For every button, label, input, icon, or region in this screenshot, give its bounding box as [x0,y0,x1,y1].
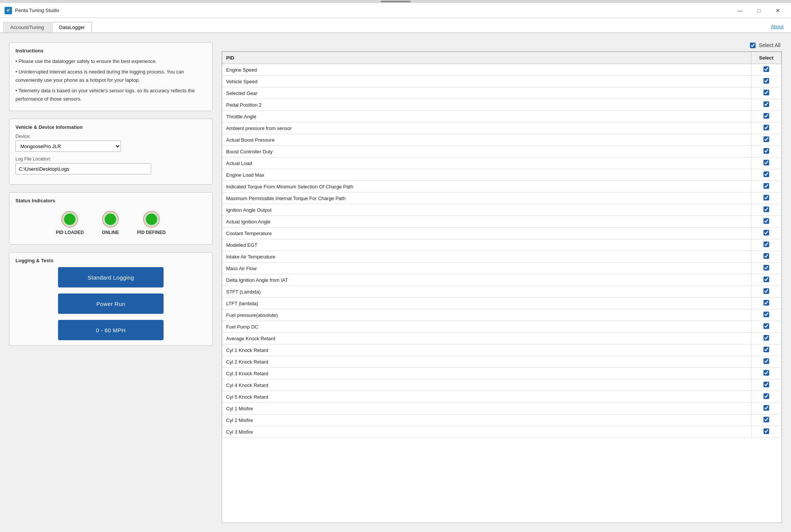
pid-select-cell [751,356,782,368]
pid-name-cell: Pedal Position 2 [222,99,751,111]
pid-checkbox[interactable] [763,417,769,422]
pid-checkbox[interactable] [763,312,769,317]
table-row: Mass Air Flow [222,263,782,274]
close-button[interactable]: ✕ [769,5,786,16]
table-row: Pedal Position 2 [222,99,782,111]
pid-name-cell: Cyl 3 Knock Retard [222,368,751,379]
pid-table-body: Engine SpeedVehicle SpeedSelected GearPe… [222,64,782,438]
pid-checkbox[interactable] [763,90,769,95]
pid-name-cell: Selected Gear [222,87,751,99]
status-indicators-row: PID LOADED ONLINE PI [15,207,206,239]
select-all-label[interactable]: Select All [759,42,780,48]
pid-name-cell: Fuel Pump DC [222,321,751,333]
table-row: Cyl 5 Knock Retard [222,391,782,403]
online-ring [102,211,119,228]
pid-loaded-label: PID LOADED [56,230,84,235]
pid-name-cell: Actual Boost Pressure [222,134,751,146]
pid-name-cell: LTFT (lambda) [222,298,751,309]
pid-checkbox[interactable] [763,277,769,282]
status-online: ONLINE [102,211,119,235]
pid-select-cell [751,216,782,228]
maximize-button[interactable]: □ [750,5,768,16]
pid-name-cell: Engine Load Max [222,169,751,181]
tabs-container: Account/Tuning DataLogger [3,22,92,32]
pid-checkbox[interactable] [763,428,769,434]
pid-checkbox[interactable] [763,171,769,177]
pid-checkbox[interactable] [763,113,769,119]
pid-select-cell [751,228,782,239]
pid-checkbox[interactable] [763,125,769,130]
pid-select-cell [751,426,782,438]
pid-select-cell [751,391,782,403]
pid-checkbox[interactable] [763,66,769,72]
select-all-row: Select All [222,42,782,48]
pid-checkbox[interactable] [763,253,769,259]
pid-select-cell [751,298,782,309]
pid-checkbox[interactable] [763,183,769,189]
log-file-field-group: Log File Location: [15,156,206,174]
tab-datalogger[interactable]: DataLogger [52,22,92,32]
left-panel: Instructions • Please use the datalogger… [9,42,213,523]
pid-checkbox[interactable] [763,300,769,306]
tab-account-tuning[interactable]: Account/Tuning [3,22,51,32]
title-bar: Penta Tuning Studio — □ ✕ [0,3,791,18]
pid-checkbox[interactable] [763,148,769,154]
pid-checkbox[interactable] [763,160,769,165]
pid-name-cell: Ambient pressure from sensor [222,122,751,134]
pid-select-cell [751,414,782,426]
pid-checkbox[interactable] [763,370,769,376]
pid-checkbox[interactable] [763,393,769,399]
main-content: Instructions • Please use the datalogger… [0,33,791,532]
pid-checkbox[interactable] [763,136,769,142]
pid-checkbox[interactable] [763,405,769,411]
pid-checkbox[interactable] [763,78,769,84]
zero-to-sixty-button[interactable]: 0 - 60 MPH [58,320,164,340]
pid-checkbox[interactable] [763,335,769,341]
pid-name-cell: Boost Controller Duty [222,146,751,157]
pid-name-cell: Ignition Angle Output [222,204,751,216]
pid-select-cell [751,263,782,274]
table-row: Actual Ignition Angle [222,216,782,228]
pid-select-cell [751,181,782,193]
device-label: Device: [15,134,206,139]
pid-checkbox[interactable] [763,206,769,212]
standard-logging-button[interactable]: Standard Logging [58,267,164,287]
logging-tests-title: Logging & Tests [15,258,206,263]
pid-checkbox[interactable] [763,358,769,364]
select-all-checkbox[interactable] [750,43,756,48]
pid-checkbox[interactable] [763,265,769,271]
online-dot [102,211,119,228]
pid-table: PID Select Engine SpeedVehicle SpeedSele… [222,52,782,438]
power-run-button[interactable]: Power Run [58,294,164,314]
table-row: Cyl 1 Misfire [222,403,782,414]
instructions-body: • Please use the datalogger safely to en… [15,57,206,103]
pid-checkbox[interactable] [763,218,769,224]
pid-checkbox[interactable] [763,195,769,200]
instructions-section: Instructions • Please use the datalogger… [9,42,213,111]
table-row: Cyl 3 Misfire [222,426,782,438]
main-window: Penta Tuning Studio — □ ✕ Account/Tuning… [0,0,791,532]
table-row: Vehicle Speed [222,76,782,87]
vehicle-device-section: Vehicle & Device Information Device: Mon… [9,119,213,185]
table-row: Delta Ignition Angle from IAT [222,274,782,286]
pid-checkbox[interactable] [763,242,769,247]
pid-name-cell: Actual Load [222,157,751,169]
pid-checkbox[interactable] [763,230,769,235]
pid-name-cell: Mass Air Flow [222,263,751,274]
pid-checkbox[interactable] [763,323,769,329]
pid-checkbox[interactable] [763,288,769,294]
pid-checkbox[interactable] [763,382,769,387]
pid-checkbox[interactable] [763,347,769,352]
minimize-button[interactable]: — [731,5,749,16]
pid-table-container[interactable]: PID Select Engine SpeedVehicle SpeedSele… [222,51,782,523]
table-row: Ignition Angle Output [222,204,782,216]
device-dropdown[interactable]: MongoosePro JLR ELM327 OBDLink [15,141,121,152]
device-field-group: Device: MongoosePro JLR ELM327 OBDLink [15,134,206,152]
about-link[interactable]: About [766,21,788,32]
pid-checkbox[interactable] [763,101,769,107]
log-file-input[interactable] [15,163,151,174]
status-section: Status Indicators PID LOADED [9,192,213,245]
right-panel: Select All PID Select Engine SpeedVehicl… [222,42,782,523]
table-row: LTFT (lambda) [222,298,782,309]
table-row: Cyl 1 Knock Retard [222,344,782,356]
